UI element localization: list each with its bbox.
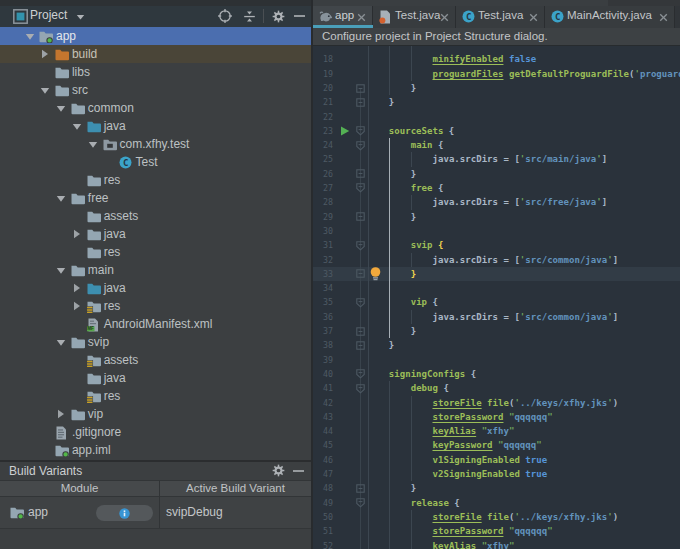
tree-item-res[interactable]: res	[0, 297, 311, 315]
tree-item--gitignore[interactable]: .gitignore	[0, 423, 311, 441]
code-token: }	[411, 169, 416, 179]
code-token: java.srcDirs = [	[433, 154, 520, 164]
code-token: {	[438, 240, 443, 250]
fold-marker-end-icon[interactable]	[356, 84, 364, 92]
module-info-badge[interactable]	[96, 505, 153, 521]
tree-item-label: com.xfhy.test	[120, 137, 190, 151]
code-line-20: }	[411, 81, 416, 95]
tree-item-src[interactable]: src	[0, 81, 311, 99]
fold-marker-start-icon[interactable]	[356, 384, 364, 392]
tree-item-app-iml[interactable]: app.iml	[0, 441, 311, 459]
fold-marker-end-icon[interactable]	[356, 169, 364, 177]
fold-marker-start-icon[interactable]	[356, 498, 364, 506]
code-token: ]	[602, 154, 607, 164]
close-icon[interactable]	[440, 13, 449, 22]
code-token: java.srcDirs = [	[433, 255, 520, 265]
fold-marker-start-icon[interactable]	[356, 298, 364, 306]
class-icon: C	[462, 10, 475, 23]
code-line-50: storeFile file('../keys/xfhy.jks')	[433, 510, 619, 524]
tree-item-java[interactable]: java	[0, 117, 311, 135]
line-number: 41	[313, 381, 333, 395]
tab-mainactivity-java[interactable]: CMainActivity.java	[545, 6, 675, 28]
notification-text: Configure project in Project Structure d…	[322, 30, 548, 42]
tree-item-label: svip	[88, 335, 109, 349]
line-number: 50	[313, 510, 333, 524]
fold-marker-start-icon[interactable]	[356, 369, 364, 377]
svg-text:C: C	[555, 12, 560, 22]
tree-item-app[interactable]: app	[0, 27, 311, 45]
fold-marker-start-icon[interactable]	[356, 141, 364, 149]
line-number: 31	[313, 238, 333, 252]
code-token: release	[411, 498, 449, 508]
build-variants-header[interactable]: Build Variants	[0, 462, 311, 480]
tree-item-label: src	[72, 83, 88, 97]
code-line-31: svip {	[411, 238, 444, 252]
tree-item-res[interactable]: res	[0, 243, 311, 261]
active-build-variant-cell[interactable]: svipDebug	[166, 505, 223, 519]
line-number: 32	[313, 253, 333, 267]
code-token: qqqqqq	[503, 440, 536, 450]
code-token: v1SigningEnabled	[433, 455, 520, 465]
editor-notification-banner: Configure project in Project Structure d…	[313, 28, 680, 46]
tree-item-build[interactable]: build	[0, 45, 311, 63]
project-tool-window-header[interactable]: Project	[0, 6, 311, 27]
tree-item-java[interactable]: java	[0, 279, 311, 297]
line-number: 30	[313, 224, 333, 238]
tree-item-svip[interactable]: svip	[0, 333, 311, 351]
code-token: minifyEnabled	[433, 54, 504, 64]
tree-item-common[interactable]: common	[0, 99, 311, 117]
code-token: vip	[411, 297, 427, 307]
code-line-29: }	[411, 210, 416, 224]
tree-item-res[interactable]: res	[0, 387, 311, 405]
code-token: src/main/java	[525, 154, 596, 164]
fold-marker-start-icon[interactable]	[356, 126, 364, 134]
tree-item-java[interactable]: java	[0, 369, 311, 387]
tree-item-label: java	[104, 371, 126, 385]
editor-area: appTest.javaCTest.javaCMainActivity.java…	[313, 6, 680, 549]
line-number: 37	[313, 324, 333, 338]
code-token: qqqqqq	[514, 412, 547, 422]
code-token: storePassword	[433, 526, 504, 536]
fold-marker-start-icon[interactable]	[356, 241, 364, 249]
tree-item-libs[interactable]: libs	[0, 63, 311, 81]
fold-marker-end-icon[interactable]	[356, 341, 364, 349]
code-token: sourceSets	[389, 126, 444, 136]
tree-item-vip[interactable]: vip	[0, 405, 311, 423]
tab-app[interactable]: app	[313, 6, 373, 28]
code-line-46: v1SigningEnabled true	[433, 453, 548, 467]
line-number: 33	[313, 267, 333, 281]
line-number: 40	[313, 367, 333, 381]
android-studio-window: Project appbuildlibssrccommonjavacom.xfh…	[0, 0, 680, 549]
code-token: xfhy	[487, 541, 509, 549]
tree-item-res[interactable]: res	[0, 171, 311, 189]
fold-marker-end-icon[interactable]	[356, 212, 364, 220]
tab-test-java[interactable]: CTest.java	[456, 6, 545, 28]
close-icon[interactable]	[659, 13, 668, 22]
line-number: 20	[313, 81, 333, 95]
fold-marker-end-icon[interactable]	[356, 98, 364, 106]
fold-marker-start-icon[interactable]	[356, 183, 364, 191]
close-icon[interactable]	[529, 13, 538, 22]
tree-item-java[interactable]: java	[0, 225, 311, 243]
code-token: "	[509, 426, 514, 436]
tree-item-assets[interactable]: assets	[0, 207, 311, 225]
tab-test-java[interactable]: Test.java	[373, 6, 456, 28]
fold-marker-end-icon[interactable]	[356, 269, 364, 277]
tree-item-com-xfhy-test[interactable]: com.xfhy.test	[0, 135, 311, 153]
code-token: {	[438, 383, 449, 393]
code-token: debug	[411, 383, 438, 393]
fold-marker-end-icon[interactable]	[356, 484, 364, 492]
code-token: ]	[602, 197, 607, 207]
line-number: 23	[313, 124, 333, 138]
tree-item-androidmanifest-xml[interactable]: MFAndroidManifest.xml	[0, 315, 311, 333]
code-line-26: }	[411, 167, 416, 181]
close-icon[interactable]	[357, 13, 366, 22]
tree-item-assets[interactable]: assets	[0, 351, 311, 369]
build-variant-row[interactable]: appsvipDebug	[0, 497, 311, 528]
tree-item-free[interactable]: free	[0, 189, 311, 207]
fold-marker-end-icon[interactable]	[356, 327, 364, 335]
tree-item-main[interactable]: main	[0, 261, 311, 279]
code-editor[interactable]: 1819202122232425262728293031323334353637…	[313, 46, 680, 549]
line-number: 52	[313, 539, 333, 549]
tree-item-test[interactable]: CTest	[0, 153, 311, 171]
